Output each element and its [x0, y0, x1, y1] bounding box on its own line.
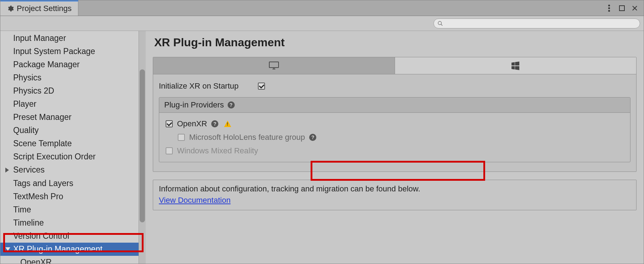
info-panel: Information about configuration, trackin…	[153, 180, 637, 210]
titlebar: Project Settings	[0, 0, 644, 16]
search-bar	[0, 16, 644, 31]
providers-panel: Plug-in Providers ? OpenXR ?	[159, 97, 630, 162]
sidebar-item-openxr[interactable]: OpenXR	[0, 256, 139, 264]
project-settings-window: Project Settings Input Manager	[0, 0, 644, 264]
close-icon[interactable]	[631, 4, 639, 12]
help-icon[interactable]: ?	[228, 101, 235, 109]
help-icon[interactable]: ?	[211, 120, 218, 127]
xr-panel: Initialize XR on Startup Plug-in Provide…	[153, 57, 637, 172]
svg-rect-5	[269, 62, 279, 68]
chevron-right-icon	[5, 168, 9, 173]
monitor-icon	[269, 61, 279, 70]
sidebar-item-services[interactable]: Services	[0, 163, 139, 176]
sidebar-item-physics[interactable]: Physics	[0, 71, 139, 84]
sidebar-item-preset-manager[interactable]: Preset Manager	[0, 111, 139, 124]
scrollbar-thumb[interactable]	[140, 69, 145, 222]
window-tab-project-settings[interactable]: Project Settings	[0, 0, 78, 16]
svg-point-0	[608, 5, 610, 6]
search-icon	[437, 21, 445, 26]
provider-openxr-row: OpenXR ?	[166, 117, 624, 131]
sidebar-item-tags-and-layers[interactable]: Tags and Layers	[0, 177, 139, 190]
sidebar-item-input-system-package[interactable]: Input System Package	[0, 45, 139, 58]
sidebar-item-xr-plugin-management[interactable]: XR Plug-in Management	[0, 243, 139, 256]
providers-title: Plug-in Providers	[164, 100, 224, 110]
sidebar-item-player[interactable]: Player	[0, 97, 139, 111]
help-icon[interactable]: ?	[309, 134, 316, 141]
sidebar-scrollbar[interactable]	[139, 31, 146, 264]
provider-wmr-checkbox[interactable]	[166, 147, 173, 154]
sidebar-item-physics-2d[interactable]: Physics 2D	[0, 84, 139, 97]
initialize-xr-checkbox[interactable]	[258, 83, 265, 90]
page-title: XR Plug-in Management	[154, 36, 637, 49]
chevron-down-icon	[5, 247, 10, 251]
titlebar-buttons	[600, 0, 644, 16]
windows-icon	[511, 61, 520, 70]
tab-uwp[interactable]	[395, 57, 637, 74]
sidebar-item-quality[interactable]: Quality	[0, 124, 139, 137]
sidebar-item-textmesh-pro[interactable]: TextMesh Pro	[0, 190, 139, 203]
sidebar-item-timeline[interactable]: Timeline	[0, 216, 139, 229]
menu-icon[interactable]	[605, 4, 613, 12]
sidebar-item-script-execution-order[interactable]: Script Execution Order	[0, 150, 139, 163]
sidebar-item-input-manager[interactable]: Input Manager	[0, 32, 139, 45]
window-title: Project Settings	[17, 4, 72, 13]
sidebar-item-label: XR Plug-in Management	[13, 244, 103, 254]
view-documentation-link[interactable]: View Documentation	[159, 196, 230, 205]
content-area: XR Plug-in Management	[146, 31, 644, 264]
warning-icon[interactable]	[224, 121, 231, 127]
info-text: Information about configuration, trackin…	[159, 184, 630, 194]
providers-header: Plug-in Providers ?	[159, 97, 630, 113]
initialize-xr-label: Initialize XR on Startup	[159, 81, 251, 91]
provider-openxr-checkbox[interactable]	[166, 120, 173, 127]
sidebar-item-package-manager[interactable]: Package Manager	[0, 58, 139, 71]
provider-wmr-label: Windows Mixed Reality	[177, 146, 258, 155]
provider-wmr-row: Windows Mixed Reality	[166, 144, 624, 158]
platform-tabs	[153, 57, 636, 74]
svg-rect-3	[619, 6, 624, 11]
sidebar-item-time[interactable]: Time	[0, 203, 139, 216]
search-input[interactable]	[433, 19, 640, 28]
provider-hololens-label: Microsoft HoloLens feature group	[189, 133, 305, 142]
svg-point-1	[608, 7, 610, 9]
svg-point-4	[438, 21, 441, 25]
sidebar: Input Manager Input System Package Packa…	[0, 31, 146, 264]
tab-standalone[interactable]	[153, 57, 395, 74]
sidebar-item-version-control[interactable]: Version Control	[0, 229, 139, 243]
initialize-xr-row: Initialize XR on Startup	[159, 81, 630, 91]
svg-point-2	[608, 10, 610, 12]
provider-openxr-label: OpenXR	[177, 119, 207, 128]
sidebar-item-scene-template[interactable]: Scene Template	[0, 137, 139, 150]
provider-hololens-checkbox[interactable]	[178, 134, 185, 141]
maximize-icon[interactable]	[618, 4, 626, 12]
sidebar-item-label: Services	[13, 165, 45, 174]
gear-icon	[7, 5, 14, 12]
provider-hololens-row: Microsoft HoloLens feature group ?	[166, 131, 624, 144]
